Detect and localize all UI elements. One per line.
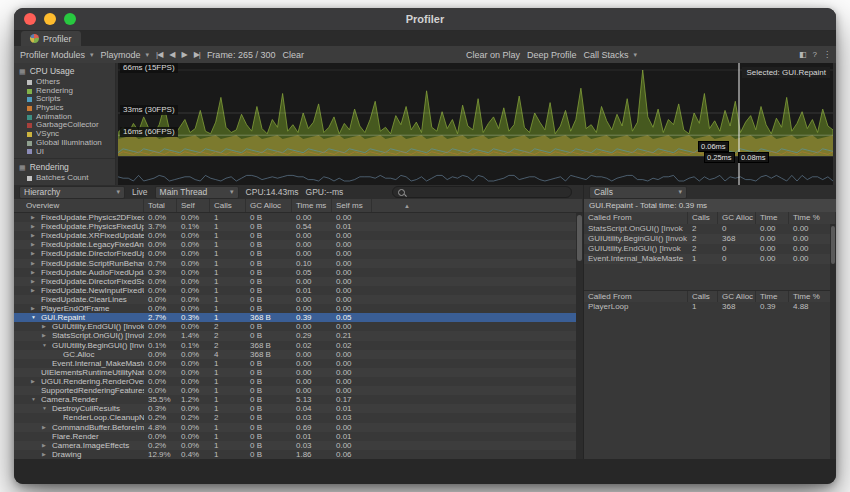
disclosure-down-icon[interactable]: ▼ [42,404,50,413]
table-row[interactable]: Event.Internal_MakeMaster0.0%0.0%10 B0.0… [14,359,576,368]
table-row[interactable]: ▶FixedUpdate.Physics2DFixedU0.0%0.0%10 B… [14,213,576,222]
column-calls[interactable]: Calls [688,212,718,224]
column-self[interactable]: Self [177,199,210,212]
disclosure-right-icon[interactable]: ▶ [31,377,39,386]
profiler-modules-dropdown[interactable]: Profiler Modules ▾ [20,50,94,60]
detail-row[interactable]: GUIUtility.BeginGUI() [Invok23680.000.00 [584,234,830,244]
table-row[interactable]: ▶FixedUpdate.NewInputFixedU0.0%0.0%10 B0… [14,286,576,295]
window-layout-icon[interactable]: ◧ [799,50,806,59]
column-gc-alloc[interactable]: GC Alloc [246,199,292,212]
clear-on-play-toggle[interactable]: Clear on Play [466,50,520,60]
disclosure-right-icon[interactable]: ▶ [31,222,39,231]
table-row[interactable]: ▶FixedUpdate.LegacyFixedAni0.0%0.0%10 B0… [14,240,576,249]
first-frame-button[interactable]: |◀ [156,50,162,59]
detail-row[interactable]: GUIUtility.EndGUI() [Invok200.000.00 [584,244,830,254]
table-row[interactable]: UIElementsRuntimeUtilityNat0.0%0.0%10 B0… [14,368,576,377]
view-mode-dropdown[interactable]: Hierarchy ▾ [19,186,125,199]
zoom-button[interactable] [64,13,76,25]
column-total[interactable]: Total [144,199,177,212]
column-time-ms[interactable]: Time ms [292,199,332,212]
detail-row[interactable]: Event.Internal_MakeMaste100.000.00 [584,254,830,264]
column-self-ms[interactable]: Self ms [332,199,372,212]
disclosure-right-icon[interactable]: ▶ [31,268,39,277]
disclosure-right-icon[interactable]: ▶ [31,231,39,240]
hierarchy-scrollbar[interactable] [576,213,583,459]
minimize-button[interactable] [44,13,56,25]
table-row[interactable]: ▶FixedUpdate.XRFixedUpdate0.0%0.0%10 B0.… [14,231,576,240]
table-row[interactable]: GC.Alloc0.0%0.0%4368 B0.000.00 [14,350,576,359]
table-row[interactable]: ▼GUI.Repaint2.7%0.3%1368 B0.390.05 [14,313,576,322]
table-row[interactable]: Flare.Render0.0%0.0%10 B0.010.01 [14,432,576,441]
tab-profiler[interactable]: Profiler [21,31,81,46]
legend-item-scripts[interactable]: Scripts [14,95,115,104]
table-row[interactable]: ▼DestroyCullResults0.3%0.0%10 B0.040.01 [14,404,576,413]
column-time-pct[interactable]: Time % [789,212,836,224]
search-input[interactable] [409,188,566,197]
column-overview[interactable]: Overview [14,199,144,212]
header-marker-icon[interactable]: ▲ [404,203,410,209]
disclosure-right-icon[interactable]: ▶ [31,286,39,295]
table-row[interactable]: ▶Camera.ImageEffects0.2%0.0%10 B0.030.00 [14,441,576,450]
disclosure-right-icon[interactable]: ▶ [31,277,39,286]
disclosure-right-icon[interactable]: ▶ [31,259,39,268]
disclosure-right-icon[interactable]: ▶ [31,213,39,222]
prev-frame-button[interactable]: ◀ [169,50,174,59]
column-time-ms[interactable]: Time ms [756,212,789,224]
table-row[interactable]: ▶UGUI.Rendering.RenderOverl0.0%0.0%10 B0… [14,377,576,386]
legend-item-ui[interactable]: UI [14,148,115,157]
legend-item-global-illumination[interactable]: Global Illumination [14,139,115,148]
column-calls[interactable]: Calls [210,199,246,212]
disclosure-down-icon[interactable]: ▼ [31,313,39,322]
module-header-rendering[interactable]: ▦Rendering [14,159,115,174]
module-header-cpu-usage[interactable]: ▦CPU Usage [14,63,115,78]
thread-dropdown[interactable]: Main Thread ▾ [155,186,239,199]
legend-item-garbagecollector[interactable]: GarbageCollector [14,121,115,130]
last-frame-button[interactable]: ▶| [194,50,200,59]
table-row[interactable]: ▶PlayerEndOfFrame0.0%0.0%10 B0.000.00 [14,304,576,313]
disclosure-right-icon[interactable]: ▶ [42,331,50,340]
scrollbar-thumb[interactable] [577,215,582,261]
table-row[interactable]: RenderLoop.CleanupNoc0.2%0.2%20 B0.030.0… [14,413,576,422]
playmode-dropdown[interactable]: Playmode ▾ [101,50,150,60]
close-button[interactable] [24,13,36,25]
deep-profile-toggle[interactable]: Deep Profile [527,50,577,60]
details-mode-dropdown[interactable]: Calls ▾ [589,186,687,199]
disclosure-right-icon[interactable]: ▶ [42,423,50,432]
scrollbar-thumb[interactable] [831,226,835,264]
legend-item-batches-count[interactable]: Batches Count [14,174,115,183]
column-called-from[interactable]: Called From [584,212,688,224]
disclosure-right-icon[interactable]: ▶ [31,240,39,249]
search-field[interactable] [392,186,572,198]
table-row[interactable]: ▶FixedUpdate.DirectorFixedSa0.0%0.0%10 B… [14,277,576,286]
disclosure-down-icon[interactable]: ▼ [42,341,50,350]
disclosure-right-icon[interactable]: ▶ [31,304,39,313]
table-row[interactable]: ▶FixedUpdate.AudioFixedUpda0.3%0.0%10 B0… [14,268,576,277]
legend-item-rendering[interactable]: Rendering [14,87,115,96]
detail-row[interactable]: PlayerLoop13680.394.88 [584,302,830,312]
table-row[interactable]: ▶FixedUpdate.PhysicsFixedUp3.7%0.1%10 B0… [14,222,576,231]
help-icon[interactable]: ? [813,50,816,59]
table-row[interactable]: ▶GUIUtility.EndGUI() [Invoke0.0%0.0%20 B… [14,322,576,331]
details-scrollbar[interactable] [830,224,836,459]
table-row[interactable]: ▶FixedUpdate.ScriptRunBehav0.7%0.0%10 B0… [14,259,576,268]
live-toggle[interactable]: Live [132,187,148,197]
detail-row[interactable]: StatsScript.OnGUI() [Invok200.000.00 [584,224,830,234]
call-stacks-dropdown[interactable]: Call Stacks ▾ [583,50,637,60]
table-row[interactable]: ▼Camera.Render35.5%1.2%10 B5.130.17 [14,395,576,404]
table-row[interactable]: ▶FixedUpdate.DirectorFixedUp0.0%0.0%10 B… [14,249,576,258]
table-row[interactable]: ▶Drawing12.9%0.4%10 B1.860.06 [14,450,576,459]
disclosure-right-icon[interactable]: ▶ [42,441,50,450]
table-row[interactable]: ▶StatsScript.OnGUI() [Invoke2.0%1.4%20 B… [14,331,576,340]
table-row[interactable]: SupportedRenderingFeatures0.0%0.0%10 B0.… [14,386,576,395]
disclosure-right-icon[interactable]: ▶ [42,450,50,459]
clear-button[interactable]: Clear [282,50,304,60]
disclosure-right-icon[interactable]: ▶ [42,322,50,331]
kebab-menu-icon[interactable]: ⋮ [823,50,830,59]
table-row[interactable]: FixedUpdate.ClearLines0.0%0.0%10 B0.000.… [14,295,576,304]
table-row[interactable]: ▶CommandBuffer.BeforeIma4.8%0.0%10 B0.69… [14,423,576,432]
table-row[interactable]: ▼GUIUtility.BeginGUI() [Invol0.1%0.1%236… [14,341,576,350]
disclosure-right-icon[interactable]: ▶ [31,249,39,258]
column-gc-alloc[interactable]: GC Alloc [718,212,756,224]
disclosure-down-icon[interactable]: ▼ [31,395,39,404]
next-frame-button[interactable]: ▶ [181,50,186,59]
